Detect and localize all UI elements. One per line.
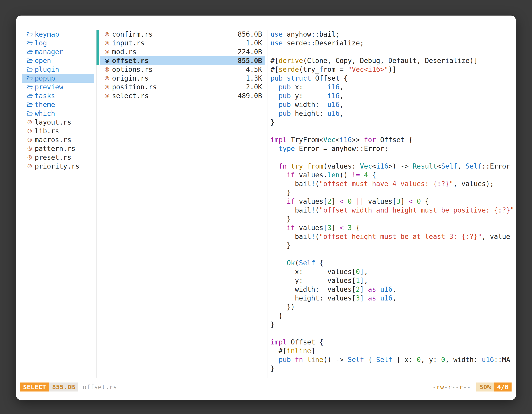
code-preview: use anyhow::bail;use serde::Deserialize;… — [270, 30, 516, 373]
parent-dir-theme[interactable]: theme — [22, 100, 94, 109]
item-label: theme — [35, 101, 55, 109]
rust-file-icon: ® — [26, 163, 33, 170]
item-label: log — [35, 39, 47, 47]
code-line: pub height: u16, — [270, 109, 516, 118]
file-row-input-rs[interactable]: ®input.rs1.0K — [100, 39, 265, 48]
rust-file-icon: ® — [104, 66, 110, 73]
code-line: impl TryFrom<Vec<i16>> for Offset { — [270, 135, 516, 144]
file-size-badge: 855.0B — [49, 383, 78, 392]
code-line: bail!("offset must have 4 values: {:?}",… — [270, 179, 516, 188]
code-line — [270, 329, 516, 338]
mode-badge: SELECT — [20, 383, 49, 392]
parent-file-lib-rs[interactable]: ®lib.rs — [22, 127, 94, 135]
file-row-position-rs[interactable]: ®position.rs2.0K — [100, 83, 265, 91]
code-line: } — [270, 188, 516, 197]
parent-dir-open[interactable]: open — [22, 56, 94, 65]
parent-dir-plugin[interactable]: plugin — [22, 65, 94, 74]
code-line: width: values[2] as u16, — [270, 285, 516, 294]
file-row-select-rs[interactable]: ®select.rs489.0B — [100, 91, 265, 100]
rust-file-icon: ® — [26, 127, 33, 135]
parent-dir-preview[interactable]: preview — [22, 83, 94, 91]
item-label: open — [35, 57, 51, 65]
status-filename: offset.rs — [83, 383, 117, 391]
item-label: macros.rs — [35, 136, 71, 144]
scroll-percent-badge: 50% — [476, 383, 494, 392]
item-label: keymap — [35, 30, 59, 38]
status-bar: SELECT 855.0B offset.rs -rw-r--r-- 50% 4… — [16, 381, 516, 393]
cursor-position-badge: 4/8 — [494, 383, 512, 392]
code-line: if values[3] < 3 { — [270, 223, 516, 232]
rust-file-icon: ® — [26, 136, 33, 144]
item-label: plugin — [35, 66, 59, 73]
rust-file-icon: ® — [26, 145, 33, 152]
code-line: pub y: i16, — [270, 91, 516, 100]
file-row-origin-rs[interactable]: ®origin.rs1.3K — [100, 74, 265, 83]
rust-file-icon: ® — [104, 57, 110, 64]
code-line: } — [270, 311, 516, 320]
parent-file-preset-rs[interactable]: ®preset.rs — [22, 153, 94, 162]
parent-dir-log[interactable]: log — [22, 39, 94, 48]
parent-dir-tasks[interactable]: tasks — [22, 91, 94, 100]
panes: keymaplogmanageropenpluginpopuppreviewta… — [16, 30, 516, 378]
file-name: options.rs — [112, 66, 153, 73]
file-name: origin.rs — [112, 74, 149, 82]
code-line — [270, 250, 516, 259]
item-label: which — [35, 109, 55, 117]
permissions-text: -rw-r--r-- — [432, 383, 471, 391]
code-line: #[derive(Clone, Copy, Debug, Default, De… — [270, 56, 516, 65]
file-row-options-rs[interactable]: ®options.rs4.5K — [100, 65, 265, 74]
parent-file-macros-rs[interactable]: ®macros.rs — [22, 135, 94, 144]
item-label: preview — [35, 83, 63, 91]
preview-pane: use anyhow::bail;use serde::Deserialize;… — [267, 30, 516, 378]
parent-dir-which[interactable]: which — [22, 109, 94, 118]
marked-indicator — [96, 39, 99, 48]
item-label: lib.rs — [35, 127, 59, 135]
parent-file-pattern-rs[interactable]: ®pattern.rs — [22, 144, 94, 153]
item-label: pattern.rs — [35, 144, 76, 153]
code-line: bail!("offset height must be at least 3:… — [270, 232, 516, 241]
code-line: if values.len() != 4 { — [270, 171, 516, 179]
file-name: position.rs — [112, 83, 157, 91]
code-line: x: values[0], — [270, 267, 516, 276]
code-line: } — [270, 364, 516, 373]
item-label: priority.rs — [35, 162, 80, 170]
code-line: pub x: i16, — [270, 83, 516, 91]
rust-file-icon: ® — [26, 154, 33, 161]
folder-open-icon — [26, 75, 33, 82]
folder-open-icon — [26, 57, 33, 64]
item-label: tasks — [35, 92, 55, 100]
code-line: use anyhow::bail; — [270, 30, 516, 39]
parent-dir-keymap[interactable]: keymap — [22, 30, 94, 39]
code-line: } — [270, 118, 516, 127]
parent-file-layout-rs[interactable]: ®layout.rs — [22, 118, 94, 127]
file-row-confirm-rs[interactable]: ®confirm.rs856.0B — [100, 30, 265, 39]
code-line: if values[2] < 0 || values[3] < 0 { — [270, 197, 516, 206]
rust-file-icon: ® — [104, 83, 110, 91]
file-size: 1.0K — [246, 39, 262, 47]
code-line: impl Offset { — [270, 338, 516, 347]
file-row-mod-rs[interactable]: ®mod.rs224.0B — [100, 48, 265, 56]
folder-open-icon — [26, 110, 33, 117]
item-label: manager — [35, 48, 63, 56]
rust-file-icon: ® — [104, 48, 110, 56]
file-name: input.rs — [112, 39, 144, 47]
code-line: use serde::Deserialize; — [270, 39, 516, 48]
folder-open-icon — [26, 39, 33, 47]
marked-indicator — [96, 56, 99, 65]
marked-indicator — [96, 48, 99, 56]
file-name: select.rs — [112, 92, 149, 100]
file-size: 855.0B — [238, 57, 262, 65]
parent-dir-popup[interactable]: popup — [22, 74, 94, 83]
parent-dir-manager[interactable]: manager — [22, 48, 94, 56]
file-size: 489.0B — [238, 92, 262, 100]
parent-file-priority-rs[interactable]: ®priority.rs — [22, 162, 94, 171]
code-line — [270, 48, 516, 56]
file-size: 224.0B — [238, 48, 262, 56]
code-line: }) — [270, 303, 516, 311]
folder-open-icon — [26, 31, 33, 38]
code-line: type Error = anyhow::Error; — [270, 144, 516, 153]
code-line — [270, 127, 516, 135]
code-line: } — [270, 241, 516, 250]
code-line: y: values[1], — [270, 276, 516, 285]
file-row-offset-rs[interactable]: ®offset.rs855.0B — [100, 56, 265, 65]
